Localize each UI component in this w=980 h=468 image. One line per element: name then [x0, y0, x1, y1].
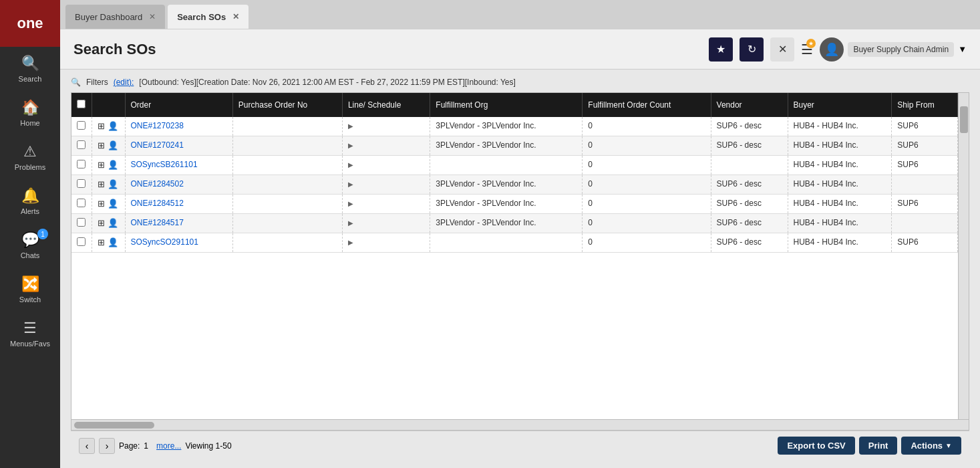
line-schedule-cell: ▶: [342, 214, 430, 233]
main-area: Buyer Dashboard ✕ Search SOs ✕ Search SO…: [60, 0, 980, 468]
order-link[interactable]: ONE#1284517: [131, 218, 184, 227]
expand-arrow-icon[interactable]: ▶: [348, 239, 353, 246]
user-avatar-area[interactable]: 👤 Buyer Supply Chain Admin ▼: [820, 37, 967, 62]
po-no-cell: [232, 214, 342, 233]
sidebar-item-search[interactable]: 🔍 Search: [0, 47, 60, 91]
user-dropdown-icon: ▼: [958, 44, 967, 54]
close-button[interactable]: ✕: [770, 37, 794, 62]
right-scroll-thumb[interactable]: [960, 106, 968, 133]
order-link[interactable]: SOSyncSB261101: [131, 160, 198, 169]
menu-icon: ☰: [23, 320, 37, 337]
table-footer: ‹ › Page: 1 more... Viewing 1-50 Export …: [71, 431, 969, 460]
export-csv-button[interactable]: Export to CSV: [778, 437, 854, 455]
print-button[interactable]: Print: [859, 437, 898, 455]
person-icon[interactable]: 👤: [108, 140, 118, 150]
vendor-cell: [711, 156, 788, 175]
row-checkbox[interactable]: [77, 179, 86, 188]
fulfillment-order-count-cell: 0: [583, 156, 711, 175]
page-number: 1: [144, 441, 148, 451]
grid-icon[interactable]: ⊞: [98, 140, 105, 150]
table-scroll[interactable]: Order Purchase Order No Line/ Schedule F…: [71, 93, 958, 419]
sidebar-item-problems-label: Problems: [15, 163, 45, 171]
row-checkbox[interactable]: [77, 218, 86, 227]
po-no-cell: [232, 156, 342, 175]
person-icon[interactable]: 👤: [108, 179, 118, 189]
grid-icon[interactable]: ⊞: [98, 179, 105, 189]
grid-icon[interactable]: ⊞: [98, 218, 105, 228]
person-icon[interactable]: 👤: [108, 237, 118, 247]
line-schedule-cell: ▶: [342, 136, 430, 156]
refresh-button[interactable]: ↻: [740, 37, 764, 62]
person-icon[interactable]: 👤: [108, 218, 118, 228]
col-buyer: Buyer: [788, 93, 892, 117]
tab-buyer-dashboard[interactable]: Buyer Dashboard ✕: [65, 5, 165, 29]
app-logo[interactable]: one: [0, 0, 60, 47]
sidebar-item-home-label: Home: [20, 119, 39, 127]
prev-page-button[interactable]: ‹: [79, 438, 95, 454]
tab-buyer-dashboard-close[interactable]: ✕: [149, 12, 156, 21]
table-row: ⊞ 👤 ONE#1270241▶3PLVendor - 3PLVendor In…: [71, 136, 958, 156]
row-checkbox[interactable]: [77, 121, 86, 130]
table-row: ⊞ 👤 SOSyncSO291101▶0SUP6 - descHUB4 - HU…: [71, 233, 958, 253]
expand-arrow-icon[interactable]: ▶: [348, 181, 353, 188]
select-all-checkbox[interactable]: [77, 100, 86, 108]
fulfillment-org-cell: 3PLVendor - 3PLVendor Inc.: [430, 175, 583, 195]
sidebar-item-alerts[interactable]: 🔔 Alerts: [0, 179, 60, 223]
grid-icon[interactable]: ⊞: [98, 121, 105, 131]
tab-search-sos-close[interactable]: ✕: [232, 12, 239, 21]
row-checkbox[interactable]: [77, 140, 86, 149]
tab-buyer-dashboard-label: Buyer Dashboard: [75, 12, 142, 22]
expand-arrow-icon[interactable]: ▶: [348, 200, 353, 207]
sidebar-item-switch[interactable]: 🔀 Switch: [0, 267, 60, 312]
row-checkbox[interactable]: [77, 160, 86, 168]
expand-arrow-icon[interactable]: ▶: [348, 219, 353, 227]
row-action-icons: ⊞ 👤: [98, 160, 120, 170]
expand-arrow-icon[interactable]: ▶: [348, 161, 353, 168]
order-link[interactable]: ONE#1284512: [131, 199, 184, 208]
table-wrap: Order Purchase Order No Line/ Schedule F…: [71, 93, 969, 419]
col-order: Order: [125, 93, 232, 117]
person-icon[interactable]: 👤: [108, 199, 118, 209]
sidebar-item-home[interactable]: 🏠 Home: [0, 91, 60, 135]
more-link[interactable]: more...: [156, 441, 181, 451]
sidebar-item-problems[interactable]: ⚠ Problems: [0, 135, 60, 179]
row-checkbox[interactable]: [77, 237, 86, 246]
line-schedule-cell: ▶: [342, 156, 430, 175]
warning-icon: ⚠: [23, 143, 37, 160]
sidebar-item-chats[interactable]: 💬 1 Chats: [0, 223, 60, 267]
order-link[interactable]: ONE#1270238: [131, 121, 184, 130]
next-page-button[interactable]: ›: [99, 438, 115, 454]
sidebar-item-chats-label: Chats: [21, 251, 40, 259]
order-link[interactable]: ONE#1284502: [131, 179, 184, 189]
sidebar-item-menus[interactable]: ☰ Menus/Favs: [0, 312, 60, 356]
ship-from-cell: SUP6: [892, 136, 958, 156]
order-link[interactable]: SOSyncSO291101: [131, 237, 198, 247]
grid-icon[interactable]: ⊞: [98, 199, 105, 209]
header-right: ★ ↻ ✕ ☰ ★ 👤 Buyer Supply Chain Admin ▼: [709, 37, 967, 62]
expand-arrow-icon[interactable]: ▶: [348, 142, 353, 149]
filter-edit-link[interactable]: (edit):: [114, 78, 134, 87]
tab-search-sos[interactable]: Search SOs ✕: [168, 5, 249, 29]
horizontal-scrollbar[interactable]: [71, 419, 969, 430]
col-fulfillment-order-count: Fulfillment Order Count: [583, 93, 711, 117]
buyer-cell: HUB4 - HUB4 Inc.: [788, 136, 892, 156]
right-scrollbar[interactable]: [958, 93, 969, 419]
favorite-button[interactable]: ★: [709, 37, 733, 62]
row-action-icons: ⊞ 👤: [98, 121, 120, 131]
person-icon[interactable]: 👤: [108, 160, 118, 170]
grid-icon[interactable]: ⊞: [98, 237, 105, 247]
col-checkbox: [71, 93, 92, 117]
ship-from-cell: SUP6: [892, 195, 958, 214]
expand-arrow-icon[interactable]: ▶: [348, 122, 353, 130]
person-icon[interactable]: 👤: [108, 121, 118, 131]
row-checkbox[interactable]: [77, 199, 86, 207]
actions-label: Actions: [911, 441, 943, 451]
menu-button[interactable]: ☰ ★: [801, 41, 813, 57]
fulfillment-org-cell: 3PLVendor - 3PLVendor Inc.: [430, 136, 583, 156]
actions-button[interactable]: Actions ▼: [901, 437, 961, 455]
table-header-row: Order Purchase Order No Line/ Schedule F…: [71, 93, 958, 117]
horizontal-scroll-thumb[interactable]: [74, 422, 154, 429]
order-link[interactable]: ONE#1270241: [131, 140, 184, 150]
avatar: 👤: [820, 37, 844, 62]
grid-icon[interactable]: ⊞: [98, 160, 105, 170]
